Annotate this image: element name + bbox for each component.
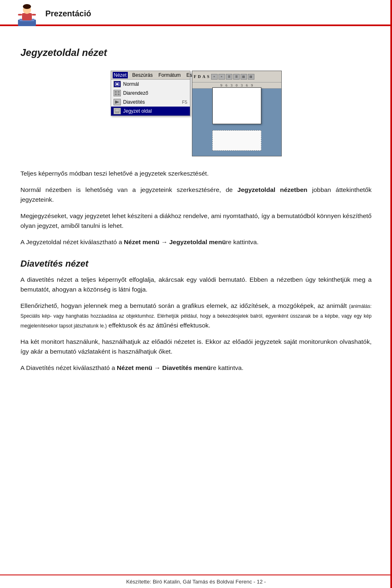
para6: Ha két monitort használunk, használhatju…	[20, 337, 372, 356]
avatar	[16, 3, 39, 26]
svg-rect-14	[115, 109, 119, 112]
notes-area	[212, 130, 261, 151]
avatar-svg	[16, 3, 38, 27]
para5: Ellenőrizhető, hogyan jelennek meg a bem…	[20, 301, 372, 330]
section2-heading: Diavetítés nézet	[20, 258, 372, 269]
jegyzet-label: Jegyzet oldal	[123, 108, 187, 114]
menu-bar: Nézet Beszúrás Formátum Esz	[111, 71, 190, 80]
toolbar-icon3: ☰	[226, 74, 232, 80]
toolbar-icon1: ≡	[211, 74, 218, 80]
svg-rect-10	[118, 91, 120, 93]
ui-screenshot: Nézet Beszúrás Formátum Esz Normál	[111, 71, 282, 156]
para1: Normál nézetben is lehetőség van a jegyz…	[20, 185, 372, 205]
svg-rect-5	[18, 14, 22, 16]
svg-rect-11	[115, 94, 117, 95]
para3: A Jegyzetoldal nézet kiválasztható a Néz…	[20, 237, 372, 247]
screenshot-area: Nézet Beszúrás Formátum Esz Normál	[20, 71, 372, 156]
para7-bold1: Nézet menü	[117, 364, 152, 371]
main-content: Jegyzetoldal nézet Nézet Beszúrás Formát…	[0, 27, 392, 588]
para3-bold1: Nézet menü	[124, 238, 159, 245]
para7-after: re kattintva.	[211, 364, 243, 371]
diavetites-label: Diavetítés	[123, 99, 180, 105]
section-title: Jegyzetoldal nézet	[20, 47, 372, 58]
header-area: Prezentáció	[0, 0, 392, 27]
para7-bold2: Diavetítés menü	[162, 364, 211, 371]
para7: A Diavetítés nézet kiválasztható a Nézet…	[20, 363, 372, 373]
para2: Megjegyzéseket, vagy jegyzetet lehet kés…	[20, 211, 372, 231]
para4: A diavetítés nézet a teljes képernyőt el…	[20, 275, 372, 294]
normal-icon	[114, 81, 121, 87]
menu-item-jegyzet[interactable]: Jegyzet oldal	[111, 107, 190, 116]
menu-panel: Nézet Beszúrás Formátum Esz Normál	[111, 71, 190, 116]
svg-rect-8	[116, 83, 118, 85]
toolbar-icon2: ≡	[218, 74, 225, 80]
diarendezo-label: Diarendező	[123, 90, 187, 96]
diavetites-icon	[114, 99, 121, 105]
svg-rect-12	[118, 94, 120, 95]
toolbar-a: A	[203, 74, 205, 79]
menu-item-normal[interactable]: Normál	[111, 80, 190, 89]
jegyzet-icon	[114, 108, 121, 114]
menu-item-diavetites[interactable]: Diavetítés F5	[111, 98, 190, 107]
menu-bar-nezet[interactable]: Nézet	[113, 72, 128, 78]
toolbar-icon4: ☰	[233, 74, 240, 80]
menu-bar-beszuras[interactable]: Beszúrás	[131, 72, 154, 78]
toolbar-strip: F D A S ≡ ≡ ☰ ☰ ▤ ▤	[192, 71, 281, 82]
svg-rect-9	[115, 91, 117, 93]
toolbar-f: F	[194, 74, 196, 79]
svg-rect-6	[32, 14, 36, 16]
svg-rect-2	[22, 13, 32, 20]
toolbar-s: S	[207, 74, 209, 79]
para5-after: effektusok és az áttűnési effektusok.	[107, 322, 210, 329]
menu-bar-formatum[interactable]: Formátum	[157, 72, 182, 78]
para3-bold2: Jegyzetoldal menü	[169, 238, 226, 245]
svg-point-4	[23, 4, 31, 9]
para3-after: re kattintva.	[226, 238, 258, 245]
svg-rect-15	[116, 112, 119, 113]
para7-before: A Diavetítés nézet kiválasztható a	[20, 364, 117, 371]
intro-paragraph: Teljes képernyős módban teszi lehetővé a…	[20, 169, 372, 178]
para1-text: Normál nézetben is lehetőség van a jegyz…	[20, 186, 372, 203]
para5-before: Ellenőrizhető, hogyan jelennek meg a bem…	[20, 302, 349, 309]
toolbar-icon6: ▤	[248, 74, 254, 80]
diavetites-shortcut: F5	[182, 100, 187, 105]
slide-area	[212, 87, 261, 124]
para7-arrow: →	[152, 364, 162, 371]
presentation-panel: F D A S ≡ ≡ ☰ ☰ ▤ ▤ 9 6 3	[192, 71, 282, 156]
page-container: Prezentáció Jegyzetoldal nézet Nézet Bes…	[0, 0, 392, 588]
para1-bold: Jegyzetoldal nézetben	[237, 186, 307, 193]
toolbar-d: D	[198, 74, 201, 79]
menu-item-diarendezo[interactable]: Diarendező	[111, 89, 190, 98]
para3-before: A Jegyzetoldal nézet kiválasztható a	[20, 238, 124, 245]
diarendezo-icon	[114, 90, 121, 96]
para3-arrow: →	[159, 238, 169, 245]
footer-text: Készítette: Biró Katalin, Gál Tamás és B…	[126, 579, 266, 585]
toolbar-icon5: ▤	[241, 74, 247, 80]
footer: Készítette: Biró Katalin, Gál Tamás és B…	[0, 575, 392, 588]
svg-marker-13	[115, 100, 119, 104]
normal-label: Normál	[123, 81, 187, 87]
header-title: Prezentáció	[45, 3, 91, 18]
